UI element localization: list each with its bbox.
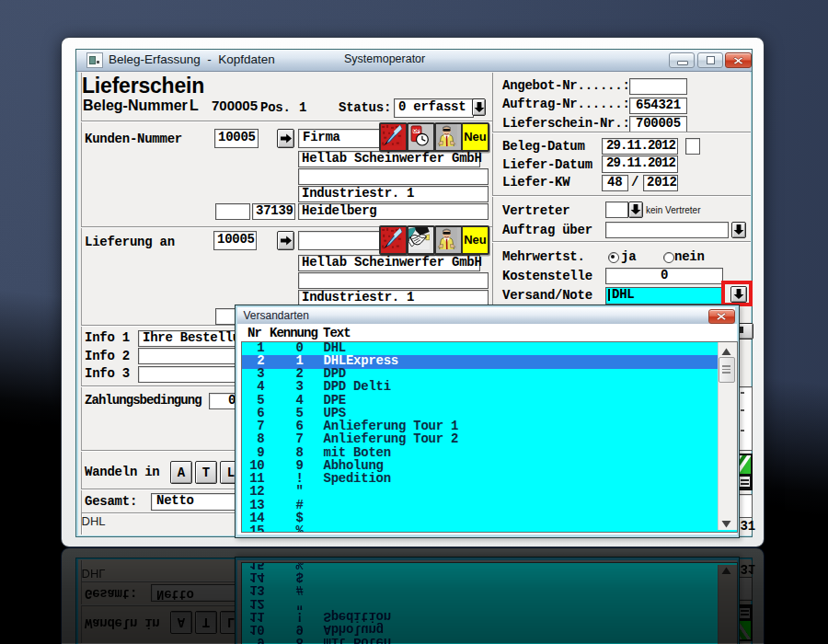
svg-text:OP: OP	[413, 128, 420, 133]
